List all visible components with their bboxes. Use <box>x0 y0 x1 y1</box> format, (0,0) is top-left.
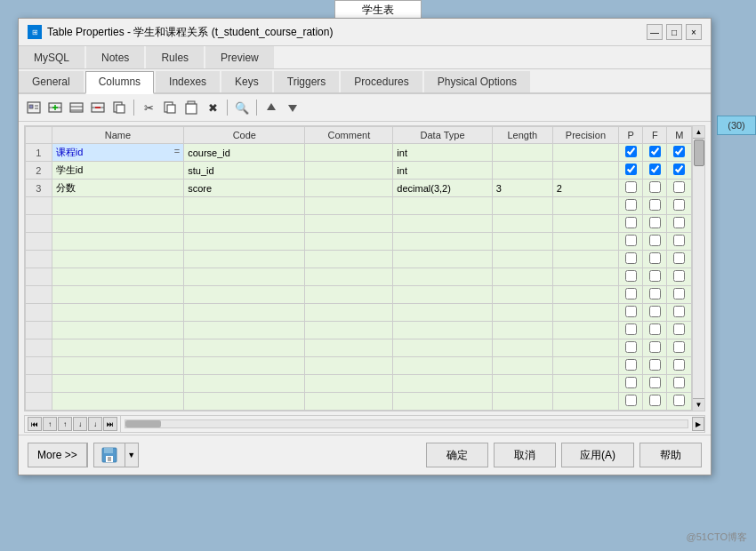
delete-row-toolbar-btn[interactable] <box>88 98 108 117</box>
row-2-f-checkbox[interactable] <box>649 164 661 175</box>
row-3-f[interactable] <box>643 180 667 197</box>
row-3-length[interactable]: 3 <box>492 180 552 197</box>
scroll-up-button[interactable]: ▲ <box>693 126 704 139</box>
move-down-toolbar-btn[interactable] <box>283 98 302 117</box>
row-3-comment[interactable] <box>305 180 393 197</box>
row-3-code[interactable]: score <box>184 180 305 197</box>
tab-general[interactable]: General <box>19 71 84 92</box>
nav-last-button[interactable]: ⏭ <box>103 417 117 431</box>
tab-row-2: General Columns Indexes Keys Triggers Pr… <box>19 69 711 94</box>
nav-prev-page-button[interactable]: ↑ <box>43 417 57 431</box>
row-1-m[interactable] <box>667 144 692 162</box>
empty-m[interactable] <box>673 199 685 211</box>
cancel-button[interactable]: 取消 <box>494 443 556 467</box>
row-3-precision[interactable]: 2 <box>552 180 618 197</box>
nav-next-page-button[interactable]: ↓ <box>88 417 102 431</box>
minimize-button[interactable]: — <box>647 24 663 40</box>
row-2-comment[interactable] <box>305 162 393 180</box>
row-1-length[interactable] <box>492 144 552 162</box>
nav-hscroll-bar: ⏮ ↑ ↑ ↓ ↓ ⏭ ▶ <box>24 415 705 433</box>
row-1-p-checkbox[interactable] <box>625 146 637 157</box>
row-2-p[interactable] <box>619 162 643 180</box>
paste-toolbar-btn[interactable] <box>181 98 201 117</box>
row-3-m[interactable] <box>667 180 692 197</box>
row-2-length[interactable] <box>492 162 552 180</box>
table-row <box>26 251 692 268</box>
table-row <box>26 268 692 286</box>
tab-columns[interactable]: Columns <box>85 71 154 94</box>
table-row: 3 分数 score decimal(3,2) 3 2 <box>26 180 692 197</box>
row-1-m-checkbox[interactable] <box>673 146 685 157</box>
find-toolbar-btn[interactable]: 🔍 <box>232 98 252 117</box>
row-2-precision[interactable] <box>552 162 618 180</box>
row-1-f-checkbox[interactable] <box>649 146 661 157</box>
hscroll-thumb[interactable] <box>125 420 161 427</box>
move-up-toolbar-btn[interactable] <box>261 98 281 117</box>
row-3-f-checkbox[interactable] <box>649 181 661 193</box>
row-2-p-checkbox[interactable] <box>625 164 637 175</box>
tab-notes[interactable]: Notes <box>86 46 144 68</box>
cut-toolbar-btn[interactable]: ✂ <box>139 98 158 117</box>
help-button[interactable]: 帮助 <box>639 443 702 467</box>
svg-rect-23 <box>104 448 113 453</box>
row-3-m-checkbox[interactable] <box>673 181 685 193</box>
th-m: M <box>667 127 692 144</box>
row-1-name[interactable]: 课程id = <box>52 144 184 162</box>
table-row <box>26 304 692 322</box>
th-code: Code <box>184 127 305 144</box>
tab-physical-options[interactable]: Physical Options <box>424 71 530 92</box>
row-3-name[interactable]: 分数 <box>52 180 184 197</box>
row-1-comment[interactable] <box>305 144 393 162</box>
row-2-datatype[interactable]: int <box>393 162 492 180</box>
copy-toolbar-btn[interactable] <box>160 98 180 117</box>
scroll-down-button[interactable]: ▼ <box>693 398 704 411</box>
properties-toolbar-btn[interactable] <box>24 98 44 117</box>
add-row-toolbar-btn[interactable] <box>67 98 86 117</box>
empty-f[interactable] <box>649 199 661 211</box>
row-1-code[interactable]: course_id <box>184 144 305 162</box>
th-name: Name <box>52 127 184 144</box>
maximize-button[interactable]: □ <box>666 24 682 40</box>
row-1-p[interactable] <box>619 144 643 162</box>
tab-triggers[interactable]: Triggers <box>274 71 340 92</box>
background: 学生表 ⊞ Table Properties - 学生和课程关系 (t_stud… <box>0 0 756 551</box>
row-1-f[interactable] <box>643 144 667 162</box>
right-panel: (30) <box>717 116 756 135</box>
clear-toolbar-btn[interactable]: ✖ <box>203 98 222 117</box>
close-button[interactable]: × <box>686 24 702 40</box>
nav-prev-button[interactable]: ↑ <box>58 417 72 431</box>
duplicate-row-toolbar-btn[interactable] <box>109 98 129 117</box>
apply-button[interactable]: 应用(A) <box>561 443 634 467</box>
row-3-p-checkbox[interactable] <box>625 181 637 193</box>
row-3-datatype[interactable]: decimal(3,2) <box>393 180 492 197</box>
row-2-m[interactable] <box>667 162 692 180</box>
empty-p[interactable] <box>625 199 637 211</box>
row-2-m-checkbox[interactable] <box>673 164 685 175</box>
row-2-f[interactable] <box>643 162 667 180</box>
horizontal-scrollbar[interactable] <box>125 419 688 428</box>
save-dropdown-arrow[interactable]: ▼ <box>125 443 138 467</box>
tab-indexes[interactable]: Indexes <box>156 71 220 92</box>
nav-next-button[interactable]: ↓ <box>73 417 87 431</box>
row-2-name[interactable]: 学生id <box>52 162 184 180</box>
save-button[interactable]: ▼ <box>93 443 139 467</box>
insert-row-toolbar-btn[interactable] <box>45 98 65 117</box>
nav-first-button[interactable]: ⏮ <box>28 417 42 431</box>
table-row <box>26 339 692 357</box>
svg-rect-1 <box>29 105 33 108</box>
tab-keys[interactable]: Keys <box>221 71 272 92</box>
tab-mysql[interactable]: MySQL <box>19 46 84 68</box>
tab-procedures[interactable]: Procedures <box>341 71 422 92</box>
confirm-button[interactable]: 确定 <box>426 443 488 467</box>
hscroll-right-button[interactable]: ▶ <box>692 417 704 431</box>
more-button[interactable]: More >> <box>28 443 88 467</box>
tab-rules[interactable]: Rules <box>146 46 204 68</box>
row-3-p[interactable] <box>619 180 643 197</box>
nav-buttons: ⏮ ↑ ↑ ↓ ↓ ⏭ <box>25 416 121 432</box>
title-bar-controls: — □ × <box>647 24 702 40</box>
scroll-thumb[interactable] <box>694 140 704 166</box>
row-1-datatype[interactable]: int <box>393 144 492 162</box>
tab-preview[interactable]: Preview <box>205 46 274 68</box>
row-2-code[interactable]: stu_id <box>184 162 305 180</box>
row-1-precision[interactable] <box>552 144 618 162</box>
